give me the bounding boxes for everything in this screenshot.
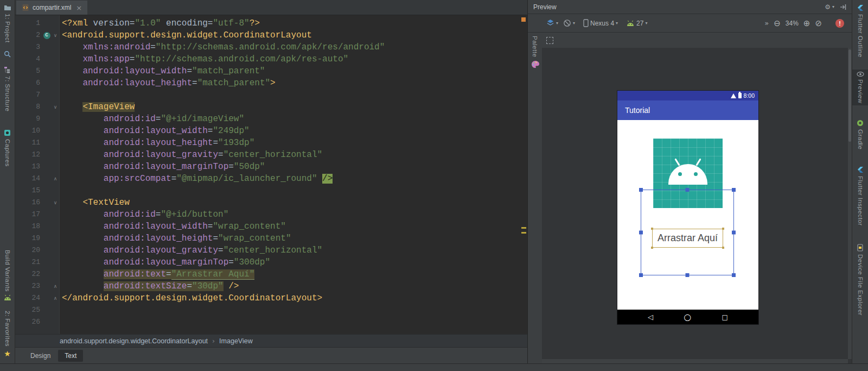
fold-marker[interactable]: ∧	[51, 173, 60, 185]
design-canvas[interactable]: 8:00 Tutorial	[542, 48, 852, 363]
code-line-22[interactable]: 22 android:text="Arrastrar Aquí"	[15, 268, 520, 280]
code-line-19[interactable]: 19 android:layout_height="wrap_content"	[15, 232, 520, 244]
code-line-4[interactable]: 4 xmlns:app="http://schemas.android.com/…	[15, 53, 520, 65]
palette-tab[interactable]: Palette	[528, 33, 542, 363]
fold-marker[interactable]	[51, 316, 60, 328]
tab-text[interactable]: Text	[58, 350, 83, 362]
code-line-3[interactable]: 3 xmlns:android="http://schemas.android.…	[15, 41, 520, 53]
resize-handle[interactable]	[686, 273, 690, 277]
code-line-18[interactable]: 18 android:layout_width="wrap_content"	[15, 221, 520, 232]
close-icon[interactable]: ×	[76, 4, 82, 12]
device-preview[interactable]: 8:00 Tutorial	[617, 91, 758, 324]
fold-marker[interactable]	[51, 149, 60, 161]
zoom-out-icon[interactable]: ⊖	[774, 18, 781, 28]
fold-marker[interactable]	[51, 221, 60, 232]
resize-handle[interactable]	[732, 231, 736, 235]
device-selector[interactable]: Nexus 4 ▾	[583, 19, 618, 27]
code-line-16[interactable]: 16∨ <TextView	[15, 197, 520, 209]
tab-compartir-xml[interactable]: compartir.xml ×	[16, 1, 87, 15]
fold-marker[interactable]	[51, 65, 60, 77]
fold-marker[interactable]: ∧	[51, 292, 60, 304]
code-line-24[interactable]: 24∧</android.support.design.widget.Coord…	[15, 292, 520, 304]
code-line-21[interactable]: 21 android:layout_marginTop="300dp"	[15, 256, 520, 268]
sidebar-item-project[interactable]: 1: Project	[4, 2, 11, 45]
code-line-23[interactable]: 23∧ android:textSize="30dp" />	[15, 280, 520, 292]
code-line-7[interactable]: 7	[15, 89, 520, 101]
tab-design[interactable]: Design	[24, 350, 57, 362]
code-line-26[interactable]: 26	[15, 316, 520, 328]
fold-marker[interactable]	[51, 268, 60, 280]
code-line-1[interactable]: 1<?xml version="1.0" encoding="utf-8"?>	[15, 17, 520, 29]
resize-handle[interactable]	[732, 273, 736, 277]
sidebar-item-preview[interactable]: Preview	[852, 70, 868, 105]
warning-stripe-marker[interactable]	[521, 227, 526, 229]
resize-handle[interactable]	[639, 273, 643, 277]
breadcrumb-item-root[interactable]: android.support.design.widget.Coordinato…	[60, 337, 208, 345]
fold-marker[interactable]	[51, 161, 60, 173]
sidebar-item-structure[interactable]: 7: Structure	[4, 64, 11, 114]
theme-selector[interactable]: ▾	[563, 19, 575, 27]
orientation-selector[interactable]: ▾	[546, 19, 558, 27]
preview-settings-button[interactable]: ⚙▾	[825, 3, 834, 11]
sidebar-item-device-file-explorer[interactable]: Device File Explorer	[857, 242, 864, 318]
resize-handle[interactable]	[639, 188, 643, 192]
scrollbar-vertical[interactable]	[848, 48, 852, 359]
fold-marker[interactable]: ∧	[51, 280, 60, 292]
code-line-20[interactable]: 20 android:layout_gravity="center_horizo…	[15, 244, 520, 256]
sidebar-item-gradle[interactable]: Gradle	[857, 117, 864, 152]
warning-stripe-marker[interactable]	[521, 232, 526, 234]
fold-marker[interactable]: ∨	[51, 197, 60, 209]
home-icon[interactable]: ○	[684, 312, 691, 322]
code-editor[interactable]: 1<?xml version="1.0" encoding="utf-8"?>2…	[15, 15, 527, 334]
sidebar-item-build-variants[interactable]: Build Variants	[3, 248, 12, 303]
fold-marker[interactable]	[51, 53, 60, 65]
fold-marker[interactable]	[51, 209, 60, 221]
fold-marker[interactable]	[51, 41, 60, 53]
frame-select-icon[interactable]	[546, 37, 553, 44]
code-line-10[interactable]: 10 android:layout_width="249dp"	[15, 125, 520, 137]
resize-handle[interactable]	[639, 231, 643, 235]
fold-marker[interactable]	[51, 244, 60, 256]
scrollbar-horizontal[interactable]	[542, 359, 848, 363]
code-line-13[interactable]: 13 android:layout_marginTop="50dp"	[15, 161, 520, 173]
fold-marker[interactable]	[51, 125, 60, 137]
render-errors-badge[interactable]: !	[835, 19, 844, 28]
fold-marker[interactable]: ∨	[51, 29, 60, 41]
code-line-11[interactable]: 11 android:layout_height="193dp"	[15, 137, 520, 149]
fold-marker[interactable]	[51, 77, 60, 89]
fold-marker[interactable]	[51, 17, 60, 29]
code-line-8[interactable]: 8∨ <ImageView	[15, 101, 520, 113]
find-button[interactable]	[4, 48, 11, 60]
code-line-15[interactable]: 15	[15, 185, 520, 197]
resize-handle[interactable]	[732, 188, 736, 192]
fold-marker[interactable]	[51, 137, 60, 149]
fold-marker[interactable]: ∨	[51, 101, 60, 113]
fold-marker[interactable]	[51, 113, 60, 125]
code-line-5[interactable]: 5 android:layout_width="match_parent"	[15, 65, 520, 77]
error-stripe[interactable]	[520, 15, 527, 334]
code-line-25[interactable]: 25	[15, 304, 520, 316]
textview-widget[interactable]: Arrastrar Aquí	[652, 229, 723, 248]
code-line-6[interactable]: 6 android:layout_height="match_parent">	[15, 77, 520, 89]
toolbar-overflow-icon[interactable]: »	[764, 19, 769, 27]
zoom-in-icon[interactable]: ⊕	[803, 18, 810, 28]
class-gutter-icon[interactable]: C	[43, 32, 50, 39]
fold-marker[interactable]	[51, 232, 60, 244]
code-line-2[interactable]: 2C∨<android.support.design.widget.Coordi…	[15, 29, 520, 41]
fold-marker[interactable]	[51, 89, 60, 101]
sidebar-item-flutter-inspector[interactable]: Flutter Inspector	[857, 164, 864, 228]
recents-icon[interactable]: □	[722, 313, 728, 321]
back-icon[interactable]: ◁	[648, 313, 653, 321]
fold-marker[interactable]	[51, 304, 60, 316]
resize-handle[interactable]	[686, 188, 690, 192]
api-selector[interactable]: 27 ▾	[626, 20, 647, 27]
zoom-fit-icon[interactable]: ⊘	[815, 18, 822, 28]
code-line-17[interactable]: 17 android:id="@+id/button"	[15, 209, 520, 221]
breadcrumb-item-imageview[interactable]: ImageView	[219, 337, 253, 345]
code-line-9[interactable]: 9 android:id="@+id/imageView"	[15, 113, 520, 125]
error-stripe-top-marker[interactable]	[521, 17, 526, 22]
code-line-12[interactable]: 12 android:layout_gravity="center_horizo…	[15, 149, 520, 161]
fold-marker[interactable]	[51, 185, 60, 197]
code-line-14[interactable]: 14∧ app:srcCompat="@mipmap/ic_launcher_r…	[15, 173, 520, 185]
fold-marker[interactable]	[51, 256, 60, 268]
